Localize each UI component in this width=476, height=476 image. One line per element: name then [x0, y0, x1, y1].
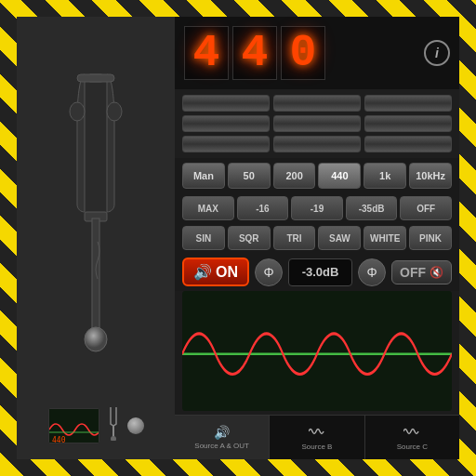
- off-button[interactable]: OFF 🔇: [391, 260, 452, 284]
- svg-rect-7: [77, 74, 114, 82]
- svg-point-4: [85, 327, 107, 351]
- slider-seg-7[interactable]: [182, 136, 270, 152]
- slider-seg-6[interactable]: [364, 115, 452, 132]
- slider-seg-1[interactable]: [182, 95, 270, 112]
- wave-btn-tri[interactable]: TRI: [273, 226, 316, 250]
- off-label: OFF: [400, 265, 426, 280]
- level-btn-max[interactable]: MAX: [182, 196, 234, 220]
- digit-2: 4: [232, 26, 277, 80]
- wave-btn-sqr[interactable]: SQR: [228, 226, 271, 250]
- slider-row-3: [182, 136, 452, 152]
- slider-seg-2[interactable]: [273, 95, 361, 112]
- slider-seg-4[interactable]: [182, 115, 270, 132]
- db-display: -3.0dB: [288, 258, 352, 286]
- control-row: 🔊 ON Φ -3.0dB Φ OFF 🔇: [175, 253, 459, 291]
- oscilloscope: [182, 291, 452, 411]
- level-btn-off[interactable]: OFF: [400, 196, 452, 220]
- slider-seg-9[interactable]: [364, 136, 452, 152]
- left-panel: 440: [17, 17, 175, 459]
- freq-btn-50[interactable]: 50: [228, 163, 271, 189]
- svg-point-6: [107, 102, 122, 121]
- bottom-tabs: 🔊 Source A & OUT Source B Source C: [175, 415, 459, 459]
- bottom-icons-area: 440: [44, 401, 149, 450]
- slider-row-1: [182, 95, 452, 112]
- wave-tab-c-icon: [403, 425, 420, 441]
- tab-source-b-label: Source B: [302, 443, 333, 451]
- svg-point-12: [111, 436, 116, 441]
- slider-seg-5[interactable]: [273, 115, 361, 132]
- digit-1: 4: [184, 26, 229, 80]
- mini-fork-icon: [104, 405, 123, 445]
- tab-source-b[interactable]: Source B: [270, 416, 364, 459]
- tuning-fork-area: [59, 26, 133, 401]
- phase-button-b[interactable]: Φ: [358, 258, 386, 286]
- level-btn-35db[interactable]: -35dB: [346, 196, 398, 220]
- wave-buttons: SIN SQR TRI SAW WHITE PINK: [175, 223, 459, 253]
- tab-source-a-label: Source A & OUT: [194, 442, 249, 450]
- decorative-ball: [127, 417, 144, 434]
- tab-source-c[interactable]: Source C: [365, 416, 459, 459]
- freq-btn-440[interactable]: 440: [318, 163, 361, 189]
- freq-btn-200[interactable]: 200: [273, 163, 316, 189]
- main-container: 440 4 4 0 i: [17, 17, 459, 459]
- freq-btn-man[interactable]: Man: [182, 163, 225, 189]
- speaker-tab-icon: 🔊: [214, 425, 230, 440]
- right-panel: 4 4 0 i Ma: [175, 17, 459, 459]
- tab-source-a[interactable]: 🔊 Source A & OUT: [175, 416, 270, 459]
- svg-rect-11: [112, 426, 114, 437]
- freq-btn-10khz[interactable]: 10kHz: [409, 163, 452, 189]
- on-label: ON: [216, 264, 238, 281]
- mini-oscilloscope: 440: [48, 408, 99, 443]
- frequency-display: 4 4 0: [184, 26, 325, 80]
- freq-btn-1k[interactable]: 1k: [364, 163, 406, 189]
- level-btn-16[interactable]: -16: [237, 196, 289, 220]
- tab-source-c-label: Source C: [397, 443, 428, 451]
- wave-btn-saw[interactable]: SAW: [318, 226, 361, 250]
- wave-btn-sin[interactable]: SIN: [182, 226, 225, 250]
- speaker-off-icon: 🔇: [430, 266, 443, 279]
- slider-row-2: [182, 115, 452, 132]
- level-buttons: MAX -16 -19 -35dB OFF: [175, 193, 459, 223]
- svg-rect-13: [182, 291, 452, 411]
- frequency-buttons: Man 50 200 440 1k 10kHz: [175, 158, 459, 193]
- speaker-on-icon: 🔊: [193, 263, 212, 281]
- phase-button-a[interactable]: Φ: [255, 258, 283, 286]
- wave-btn-white[interactable]: WHITE: [364, 226, 406, 250]
- slider-seg-3[interactable]: [364, 95, 452, 112]
- digit-3: 0: [281, 26, 325, 80]
- wave-btn-pink[interactable]: PINK: [409, 226, 452, 250]
- tuning-fork-svg: [59, 56, 133, 372]
- slider-area: [175, 89, 459, 158]
- slider-seg-8[interactable]: [273, 136, 361, 152]
- display-area: 4 4 0 i: [175, 17, 459, 89]
- on-button[interactable]: 🔊 ON: [182, 258, 249, 286]
- wave-tab-b-icon: [309, 425, 325, 441]
- svg-point-5: [70, 102, 85, 121]
- svg-text:440: 440: [52, 436, 66, 443]
- level-btn-19[interactable]: -19: [291, 196, 343, 220]
- info-button[interactable]: i: [424, 40, 450, 66]
